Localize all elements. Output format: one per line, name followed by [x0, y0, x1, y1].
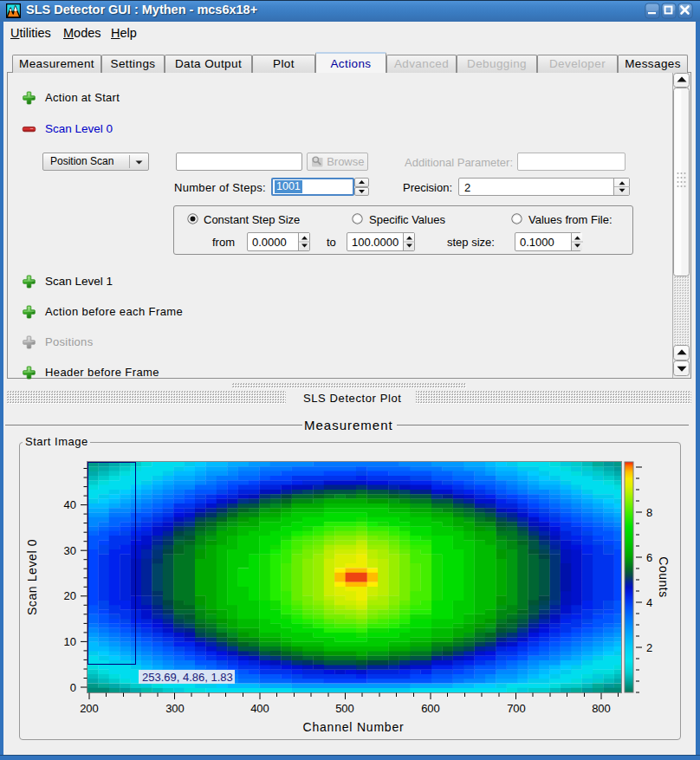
svg-text:253.69, 4.86, 1.83: 253.69, 4.86, 1.83	[142, 671, 233, 684]
svg-text:Counts: Counts	[657, 556, 671, 597]
svg-text:6: 6	[646, 551, 652, 564]
svg-text:40: 40	[64, 498, 76, 511]
svg-text:700: 700	[507, 702, 526, 715]
svg-text:10: 10	[64, 635, 76, 648]
svg-text:8: 8	[646, 506, 652, 519]
svg-text:20: 20	[64, 589, 76, 602]
svg-text:500: 500	[335, 702, 354, 715]
svg-text:Channel Number: Channel Number	[302, 720, 404, 734]
svg-text:2: 2	[646, 641, 652, 654]
svg-text:200: 200	[80, 702, 99, 715]
svg-text:800: 800	[592, 702, 611, 715]
svg-text:300: 300	[165, 702, 185, 715]
svg-text:Scan Level 0: Scan Level 0	[25, 539, 39, 615]
svg-text:0: 0	[70, 681, 76, 694]
svg-text:600: 600	[421, 702, 440, 715]
svg-text:30: 30	[64, 544, 76, 557]
svg-text:400: 400	[250, 702, 269, 715]
svg-text:4: 4	[646, 596, 652, 609]
